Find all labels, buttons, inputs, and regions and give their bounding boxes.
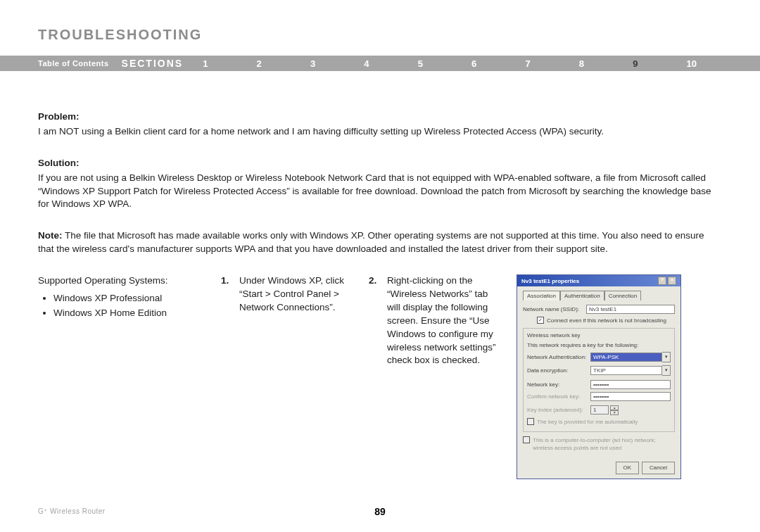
step-1-number: 1. <box>221 274 232 315</box>
section-link-3[interactable]: 3 <box>310 58 315 69</box>
steps-columns: Supported Operating Systems: Windows XP … <box>38 274 722 479</box>
chevron-down-icon[interactable]: ▾ <box>662 352 671 362</box>
wireless-properties-dialog: Nv3 testE1 properties ? × Association Au… <box>517 274 681 479</box>
key-index-up: ▴ <box>610 405 619 410</box>
connect-broadcast-checkbox[interactable]: ✓ <box>537 317 544 324</box>
close-button[interactable]: × <box>668 277 676 285</box>
auth-dropdown[interactable]: WPA-PSK <box>590 353 662 362</box>
page-title: TROUBLESHOOTING <box>0 0 760 43</box>
main-content: Problem: I am NOT using a Belkin client … <box>0 71 760 479</box>
auto-key-label: The key is provided for me automatically <box>537 418 638 426</box>
section-link-1[interactable]: 1 <box>203 58 208 69</box>
auto-key-checkbox <box>527 418 534 425</box>
supported-os-list: Windows XP ProfessionalWindows XP Home E… <box>38 292 207 320</box>
section-link-7[interactable]: 7 <box>525 58 530 69</box>
tab-connection[interactable]: Connection <box>604 291 641 300</box>
step-2: 2. Right-clicking on the “Wireless Netwo… <box>369 274 502 367</box>
ssid-label: Network name (SSID): <box>523 305 586 313</box>
problem-label: Problem: <box>38 110 722 124</box>
network-key-input[interactable]: •••••••• <box>590 380 671 389</box>
tab-association[interactable]: Association <box>523 291 560 300</box>
wireless-key-fieldset: Wireless network key This network requir… <box>523 328 675 433</box>
solution-label: Solution: <box>38 157 722 170</box>
step-2-number: 2. <box>369 274 380 367</box>
wireless-key-legend: Wireless network key <box>527 331 671 339</box>
dialog-tabs: Association Authentication Connection <box>523 291 675 300</box>
section-link-4[interactable]: 4 <box>364 58 369 69</box>
confirm-key-input[interactable]: •••••••• <box>590 392 671 401</box>
section-numbers: 12345678910 <box>203 58 760 69</box>
footer-product-name: G⁺ Wireless Router <box>0 507 106 515</box>
supported-os-label: Supported Operating Systems: <box>38 274 207 288</box>
dialog-title-text: Nv3 testE1 properties <box>521 277 579 285</box>
confirm-key-label: Confirm network key: <box>527 393 590 400</box>
section-link-8[interactable]: 8 <box>579 58 584 69</box>
list-item: Windows XP Professional <box>53 292 207 305</box>
adhoc-label: This is a computer-to-computer (ad hoc) … <box>533 436 675 452</box>
ok-button[interactable]: OK <box>616 462 640 474</box>
connect-broadcast-label: Connect even if this network is not broa… <box>547 317 666 324</box>
note-paragraph: Note: The file that Microsoft has made a… <box>38 229 722 256</box>
help-button[interactable]: ? <box>658 277 666 285</box>
key-index-label: Key index (advanced): <box>527 406 590 414</box>
note-text: The file that Microsoft has made availab… <box>38 230 704 254</box>
problem-text: I am NOT using a Belkin client card for … <box>38 125 722 139</box>
page-number: 89 <box>374 506 386 517</box>
note-label: Note: <box>38 230 63 241</box>
wireless-key-desc: This network requires a key for the foll… <box>527 341 671 349</box>
list-item: Windows XP Home Edition <box>53 307 207 320</box>
key-index-down: ▾ <box>610 410 619 415</box>
sections-label: SECTIONS <box>122 58 203 69</box>
enc-label: Data encryption: <box>527 367 590 374</box>
solution-text: If you are not using a Belkin Wireless D… <box>38 172 722 212</box>
step-1: 1. Under Windows XP, click “Start > Cont… <box>221 274 355 315</box>
supported-os-column: Supported Operating Systems: Windows XP … <box>38 274 207 322</box>
ssid-input[interactable]: Nv3 testE1 <box>586 305 675 314</box>
key-index-input: 1 <box>590 405 609 414</box>
step-1-text: Under Windows XP, click “Start > Control… <box>239 274 355 315</box>
section-nav-bar: Table of Contents SECTIONS 12345678910 <box>0 56 760 71</box>
auth-label: Network Authentication: <box>527 353 590 361</box>
section-link-5[interactable]: 5 <box>418 58 423 69</box>
cancel-button[interactable]: Cancel <box>642 462 675 474</box>
toc-link[interactable]: Table of Contents <box>0 59 122 68</box>
section-link-10[interactable]: 10 <box>687 58 697 69</box>
page-footer: G⁺ Wireless Router 89 <box>0 507 760 515</box>
network-key-label: Network key: <box>527 381 590 388</box>
section-link-9[interactable]: 9 <box>633 58 638 69</box>
step-2-text: Right-clicking on the “Wireless Networks… <box>387 274 502 367</box>
section-link-6[interactable]: 6 <box>471 58 476 69</box>
chevron-down-icon[interactable]: ▾ <box>662 365 671 376</box>
adhoc-checkbox <box>523 436 530 443</box>
tab-authentication[interactable]: Authentication <box>560 291 604 300</box>
section-link-2[interactable]: 2 <box>257 58 262 69</box>
dialog-titlebar: Nv3 testE1 properties ? × <box>517 275 680 286</box>
enc-dropdown[interactable]: TKIP <box>590 366 662 375</box>
